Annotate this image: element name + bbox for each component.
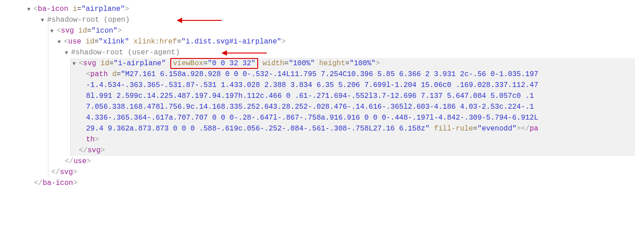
highlighted-viewbox: viewBox="0 0 32 32" [170, 58, 258, 69]
attr-value: i.dist.svg#i-airplane [186, 38, 277, 46]
tree-row-svg-icon-close[interactable]: </svg> [49, 167, 635, 178]
attr-value: icon [96, 27, 113, 35]
tree-row-svg-airplane-close[interactable]: </svg> [71, 145, 635, 156]
attr-name: i [72, 5, 77, 13]
tag-name: path [91, 70, 108, 78]
attr-value: 100% [354, 59, 371, 68]
attr-name: d [112, 70, 117, 78]
annotation-arrow [226, 53, 267, 53]
tree-row-shadow-root-open[interactable]: ▼ #shadow-root (open) [9, 14, 635, 25]
expand-toggle-icon[interactable]: ▼ [58, 36, 63, 46]
closing-tag: ba-icon [43, 179, 73, 187]
tag-name: svg [61, 27, 74, 35]
shadow-root-label: #shadow-root (user-agent) [71, 47, 180, 58]
tree-row-use-close[interactable]: </use> [63, 156, 635, 167]
attr-name: xlink:href [134, 38, 177, 46]
attr-name: id [78, 27, 87, 35]
attr-name: id [86, 38, 94, 46]
attr-name: width [263, 59, 284, 68]
attr-value: i-airplane [118, 59, 161, 68]
tree-row-path[interactable]: <path d="M27.161 6.158a.928.928 0 0 0-.5… [71, 69, 635, 145]
attr-value: 100% [293, 59, 310, 68]
attr-name: id [101, 59, 109, 68]
expand-toggle-icon[interactable]: ▼ [50, 25, 56, 35]
tree-row-use[interactable]: ▼ <use id="xlink" xlink:href="i.dist.svg… [56, 36, 635, 47]
closing-tag: svg [60, 168, 73, 176]
attr-name: fill-rule [434, 125, 473, 133]
closing-tag: svg [87, 146, 101, 155]
closing-tag: use [73, 157, 87, 165]
tag-name: use [68, 38, 82, 46]
tree-row-shadow-root-ua[interactable]: ▼ #shadow-root (user-agent) [63, 47, 635, 58]
attr-value: evenodd [482, 125, 512, 133]
tag-name: ba-icon [38, 5, 68, 13]
tree-row-ba-icon[interactable]: ▼ <ba-icon i="airplane"> [9, 4, 635, 14]
expand-toggle-icon[interactable]: ▼ [41, 14, 46, 24]
attr-value: xlink [103, 38, 125, 46]
expand-toggle-icon[interactable]: ▼ [65, 47, 70, 57]
tag-name: svg [83, 59, 96, 68]
tree-row-svg-airplane[interactable]: ▼ <svg id="i-airplane" viewBox="0 0 32 3… [71, 58, 635, 69]
tree-row-svg-icon[interactable]: ▼ <svg id="icon"> [48, 25, 635, 36]
annotation-arrow [181, 20, 222, 21]
tree-row-ba-icon-close[interactable]: </ba-icon> [9, 178, 635, 188]
expand-toggle-icon[interactable]: ▼ [27, 4, 33, 14]
shadow-root-label: #shadow-root (open) [47, 14, 130, 25]
attr-name: height [319, 59, 346, 68]
expand-toggle-icon[interactable]: ▼ [72, 58, 78, 68]
path-d-value: M27.161 6.158a.928.928 0 0 0-.532-.14L11… [86, 70, 538, 133]
attr-value: airplane [86, 5, 120, 13]
